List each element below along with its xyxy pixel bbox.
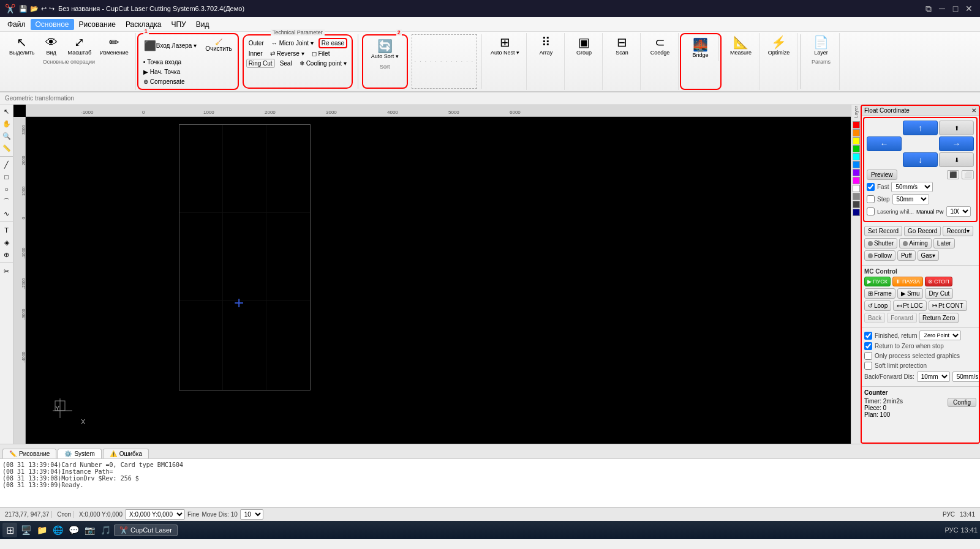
layer-color-orange[interactable] (853, 129, 860, 136)
open-icon[interactable]: 📂 (30, 5, 39, 13)
puff-button[interactable]: Puff (897, 250, 916, 261)
later-button[interactable]: Later (933, 238, 955, 248)
step-select[interactable]: 50mm 10mm 100mm (892, 194, 929, 204)
reverse-button[interactable]: ⇄ Reverse ▾ (268, 49, 307, 58)
taskbar-app-2[interactable]: 📁 (34, 523, 49, 537)
text-tool[interactable]: T (1, 225, 12, 236)
array-button[interactable]: ⠿ Array (535, 34, 557, 58)
measure-button[interactable]: 📐 Measure (727, 34, 755, 58)
menu-cnc[interactable]: ЧПУ (166, 19, 190, 30)
loop-button[interactable]: ↺ Loop (864, 301, 891, 311)
pt-loc-button[interactable]: ↤ Pt LOC (893, 301, 927, 311)
scan-button[interactable]: ⊟ Scan (611, 34, 633, 58)
menu-basic[interactable]: Основное (31, 19, 74, 30)
nav-icon-1[interactable]: ⬛ (947, 170, 959, 179)
finished-return-checkbox[interactable] (864, 332, 872, 340)
zero-point-select[interactable]: Zero Point (919, 331, 961, 340)
view-button[interactable]: 👁 Вид (40, 34, 62, 58)
black-canvas[interactable]: + Y X (26, 117, 851, 444)
forward-button[interactable]: Forward (887, 313, 917, 323)
line-tool[interactable]: ╱ (1, 159, 12, 170)
layer-color-red[interactable] (853, 121, 860, 129)
minimize-button[interactable]: ─ (936, 2, 948, 15)
smu-button[interactable]: ▶ Smu (897, 288, 924, 299)
taskbar-app-1[interactable]: 🖥️ (18, 523, 33, 537)
record-button[interactable]: Record▾ (943, 226, 973, 236)
layer-color-darkgray[interactable] (853, 201, 860, 208)
auto-nest-button[interactable]: ⊞ Auto Nest ▾ (488, 34, 522, 58)
restore-button[interactable]: ⧉ (922, 2, 935, 15)
vhod-lazera-button[interactable]: ⬛ Вход Лазера ▾ (141, 38, 200, 53)
fast-checkbox[interactable] (867, 183, 875, 191)
ochistit-button[interactable]: 🧹 Очистить (202, 37, 235, 54)
canvas-area[interactable]: -1000 0 1000 2000 3000 4000 5000 6000 //… (13, 105, 851, 444)
layer-color-cyan[interactable] (853, 153, 860, 160)
save-icon[interactable]: 💾 (19, 5, 28, 13)
layer-color-gray[interactable] (853, 193, 860, 200)
auto-sort-button[interactable]: 🔄 Auto Sort ▾ (368, 38, 402, 61)
optimize-button[interactable]: ⚡ Optimize (765, 34, 793, 58)
gas-button[interactable]: Gas▾ (918, 250, 939, 261)
scale-button[interactable]: ⤢ Масштаб (65, 34, 95, 58)
pause-button[interactable]: ⏸ ПАУЗА (892, 277, 923, 286)
manual-pw-select[interactable]: 100% 80% 50% (946, 206, 971, 217)
follow-button[interactable]: Follow (864, 250, 895, 261)
inner-button[interactable]: Inner (246, 49, 265, 58)
ring-cut-button[interactable]: Ring Cut (246, 59, 275, 68)
nav-icon-2[interactable]: ⬜ (962, 170, 974, 179)
tab-system[interactable]: ⚙️ System (58, 449, 101, 458)
nav-down-small-button[interactable]: ⬇ (939, 152, 974, 167)
back-forward-select-2[interactable]: 50mm/s 100mm/s (952, 372, 980, 382)
step-checkbox[interactable] (867, 195, 875, 203)
taskbar-app-6[interactable]: 🎵 (98, 523, 113, 537)
stop-button[interactable]: ⊗ СТОП (925, 277, 952, 286)
back-button[interactable]: Back (864, 313, 885, 323)
float-coord-collapse-icon[interactable]: ✕ (971, 107, 976, 114)
back-forward-select-1[interactable]: 10mm 20mm (917, 372, 950, 382)
coedge-button[interactable]: ⊂ Coedge (647, 34, 673, 58)
start-button[interactable]: ⊞ (2, 523, 17, 537)
close-button[interactable]: ✕ (963, 2, 975, 15)
hand-tool[interactable]: ✋ (1, 118, 12, 129)
move-dist-select[interactable]: 10 5 1 (240, 509, 263, 520)
lasering-checkbox[interactable] (867, 207, 875, 215)
taskbar-active-app[interactable]: ✂️ CupCut Laser (114, 525, 178, 536)
layer-button[interactable]: 📄 Layer (810, 34, 832, 58)
position-select[interactable]: X:0,000 Y:0,000 (125, 509, 185, 520)
transform-tool[interactable]: ⊕ (1, 249, 12, 260)
set-record-button[interactable]: Set Record (864, 226, 902, 236)
tab-drawing[interactable]: ✏️ Рисование (2, 449, 56, 458)
nav-right-button[interactable]: → (939, 136, 974, 151)
compensate-button[interactable]: ⊕ Compensate (141, 77, 187, 86)
go-record-button[interactable]: Go Record (904, 226, 941, 236)
layer-color-magenta[interactable] (853, 177, 860, 184)
nav-up-button[interactable]: ↑ (903, 121, 938, 135)
nav-left-button[interactable]: ← (867, 136, 902, 151)
zoom-tool[interactable]: 🔍 (1, 130, 12, 141)
maximize-button[interactable]: □ (949, 2, 962, 15)
pt-cont-button[interactable]: ↦ Pt CONT (929, 301, 967, 311)
frame-button[interactable]: ⊞ Frame (864, 288, 895, 299)
seal-button[interactable]: Seal (277, 59, 295, 68)
group-button[interactable]: ▣ Group (573, 34, 595, 58)
nav-down-button[interactable]: ↓ (903, 152, 938, 167)
change-button[interactable]: ✏ Изменение (97, 34, 132, 58)
aiming-button[interactable]: Aiming (899, 238, 932, 248)
rect-tool[interactable]: □ (1, 171, 12, 182)
redo-icon[interactable]: ↪ (49, 5, 55, 13)
curve-tool[interactable]: ∿ (1, 208, 12, 219)
arc-tool[interactable]: ⌒ (1, 196, 12, 207)
layer-color-green[interactable] (853, 145, 860, 152)
bridge-button[interactable]: 🌉 Bridge (689, 37, 711, 60)
dry-cut-button[interactable]: Dry Cut (925, 288, 953, 299)
cooling-point-button[interactable]: ❄ Cooling point ▾ (297, 59, 349, 68)
undo-icon[interactable]: ↩ (41, 5, 47, 13)
fast-select[interactable]: 50mm/s 100mm/s 200mm/s (891, 182, 933, 192)
nav-up-small-button[interactable]: ⬆ (939, 121, 974, 135)
cut-tool[interactable]: ✂ (1, 266, 12, 277)
return-zero-button[interactable]: Return Zero (919, 313, 959, 323)
layer-color-yellow[interactable] (853, 137, 860, 144)
layer-color-purple[interactable] (853, 169, 860, 176)
preview-button[interactable]: Preview (867, 170, 897, 180)
circle-tool[interactable]: ○ (1, 184, 12, 195)
